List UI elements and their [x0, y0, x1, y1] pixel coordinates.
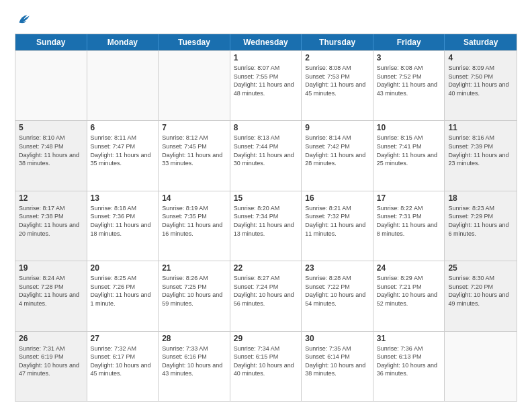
day-number: 13: [91, 193, 155, 203]
calendar-header-row: SundayMondayTuesdayWednesdayThursdayFrid…: [15, 34, 517, 50]
day-info: Sunrise: 8:21 AM Sunset: 7:32 PM Dayligh…: [305, 204, 369, 238]
day-number: 15: [234, 193, 298, 203]
cal-cell: 27Sunrise: 7:32 AM Sunset: 6:17 PM Dayli…: [87, 332, 159, 401]
day-number: 9: [305, 123, 369, 132]
cal-cell: 21Sunrise: 8:26 AM Sunset: 7:25 PM Dayli…: [159, 261, 230, 330]
cal-header-wednesday: Wednesday: [230, 34, 302, 50]
cal-header-monday: Monday: [87, 34, 159, 50]
cal-cell: 31Sunrise: 7:36 AM Sunset: 6:13 PM Dayli…: [373, 332, 445, 401]
day-info: Sunrise: 8:08 AM Sunset: 7:53 PM Dayligh…: [305, 64, 369, 97]
day-number: 30: [305, 334, 369, 343]
day-info: Sunrise: 8:07 AM Sunset: 7:55 PM Dayligh…: [234, 64, 298, 97]
day-number: 1: [234, 53, 298, 62]
day-number: 18: [448, 193, 513, 203]
day-number: 16: [305, 193, 369, 203]
day-number: 23: [305, 263, 369, 273]
cal-cell: 5Sunrise: 8:10 AM Sunset: 7:48 PM Daylig…: [15, 121, 87, 190]
day-info: Sunrise: 8:09 AM Sunset: 7:50 PM Dayligh…: [448, 64, 513, 97]
day-info: Sunrise: 8:28 AM Sunset: 7:22 PM Dayligh…: [305, 274, 369, 308]
day-number: 6: [91, 123, 155, 132]
day-number: 10: [377, 123, 441, 132]
cal-header-saturday: Saturday: [445, 34, 517, 50]
day-number: 28: [162, 334, 226, 343]
cal-cell: 26Sunrise: 7:31 AM Sunset: 6:19 PM Dayli…: [15, 332, 87, 401]
day-info: Sunrise: 8:30 AM Sunset: 7:20 PM Dayligh…: [448, 274, 513, 308]
cal-header-thursday: Thursday: [302, 34, 373, 50]
calendar: SundayMondayTuesdayWednesdayThursdayFrid…: [15, 34, 517, 402]
cal-cell: [15, 51, 87, 120]
cal-week-1: 5Sunrise: 8:10 AM Sunset: 7:48 PM Daylig…: [15, 120, 517, 190]
cal-week-4: 26Sunrise: 7:31 AM Sunset: 6:19 PM Dayli…: [15, 331, 517, 401]
day-number: 31: [377, 334, 441, 343]
day-number: 19: [19, 263, 83, 273]
day-number: 22: [234, 263, 298, 273]
cal-header-friday: Friday: [373, 34, 445, 50]
cal-cell: 22Sunrise: 8:27 AM Sunset: 7:24 PM Dayli…: [230, 261, 302, 330]
cal-cell: 9Sunrise: 8:14 AM Sunset: 7:42 PM Daylig…: [302, 121, 373, 190]
day-info: Sunrise: 8:15 AM Sunset: 7:41 PM Dayligh…: [377, 134, 441, 167]
day-info: Sunrise: 8:25 AM Sunset: 7:26 PM Dayligh…: [91, 274, 155, 308]
day-info: Sunrise: 7:31 AM Sunset: 6:19 PM Dayligh…: [19, 345, 83, 378]
cal-cell: 23Sunrise: 8:28 AM Sunset: 7:22 PM Dayli…: [302, 261, 373, 330]
day-number: 20: [91, 263, 155, 273]
day-number: 2: [305, 53, 369, 62]
day-info: Sunrise: 8:10 AM Sunset: 7:48 PM Dayligh…: [19, 134, 83, 167]
cal-cell: 13Sunrise: 8:18 AM Sunset: 7:36 PM Dayli…: [87, 191, 159, 261]
cal-cell: 16Sunrise: 8:21 AM Sunset: 7:32 PM Dayli…: [302, 191, 373, 261]
day-number: 29: [234, 334, 298, 343]
header: [15, 12, 517, 28]
day-info: Sunrise: 8:18 AM Sunset: 7:36 PM Dayligh…: [91, 204, 155, 238]
day-number: 21: [162, 263, 226, 273]
cal-cell: [445, 332, 517, 401]
cal-cell: 30Sunrise: 7:35 AM Sunset: 6:14 PM Dayli…: [302, 332, 373, 401]
cal-cell: 2Sunrise: 8:08 AM Sunset: 7:53 PM Daylig…: [302, 51, 373, 120]
day-number: 24: [377, 263, 441, 273]
calendar-page: SundayMondayTuesdayWednesdayThursdayFrid…: [0, 0, 532, 411]
cal-cell: [159, 51, 230, 120]
cal-week-2: 12Sunrise: 8:17 AM Sunset: 7:38 PM Dayli…: [15, 191, 517, 261]
cal-cell: 11Sunrise: 8:16 AM Sunset: 7:39 PM Dayli…: [445, 121, 517, 190]
day-number: 4: [448, 53, 513, 62]
cal-cell: 29Sunrise: 7:34 AM Sunset: 6:15 PM Dayli…: [230, 332, 302, 401]
cal-cell: [87, 51, 159, 120]
day-info: Sunrise: 7:36 AM Sunset: 6:13 PM Dayligh…: [377, 345, 441, 378]
day-number: 17: [377, 193, 441, 203]
cal-cell: 3Sunrise: 8:08 AM Sunset: 7:52 PM Daylig…: [373, 51, 445, 120]
day-number: 25: [448, 263, 513, 273]
day-info: Sunrise: 8:27 AM Sunset: 7:24 PM Dayligh…: [234, 274, 298, 308]
day-info: Sunrise: 8:22 AM Sunset: 7:31 PM Dayligh…: [377, 204, 441, 238]
day-number: 26: [19, 334, 83, 343]
day-info: Sunrise: 8:20 AM Sunset: 7:34 PM Dayligh…: [234, 204, 298, 238]
day-info: Sunrise: 8:08 AM Sunset: 7:52 PM Dayligh…: [377, 64, 441, 97]
day-number: 3: [377, 53, 441, 62]
day-number: 14: [162, 193, 226, 203]
day-number: 27: [91, 334, 155, 343]
day-info: Sunrise: 8:17 AM Sunset: 7:38 PM Dayligh…: [19, 204, 83, 238]
cal-cell: 18Sunrise: 8:23 AM Sunset: 7:29 PM Dayli…: [445, 191, 517, 261]
day-info: Sunrise: 8:19 AM Sunset: 7:35 PM Dayligh…: [162, 204, 226, 238]
cal-cell: 4Sunrise: 8:09 AM Sunset: 7:50 PM Daylig…: [445, 51, 517, 120]
cal-header-sunday: Sunday: [15, 34, 87, 50]
cal-cell: 17Sunrise: 8:22 AM Sunset: 7:31 PM Dayli…: [373, 191, 445, 261]
cal-cell: 7Sunrise: 8:12 AM Sunset: 7:45 PM Daylig…: [159, 121, 230, 190]
cal-cell: 10Sunrise: 8:15 AM Sunset: 7:41 PM Dayli…: [373, 121, 445, 190]
cal-cell: 25Sunrise: 8:30 AM Sunset: 7:20 PM Dayli…: [445, 261, 517, 330]
day-number: 7: [162, 123, 226, 132]
cal-cell: 6Sunrise: 8:11 AM Sunset: 7:47 PM Daylig…: [87, 121, 159, 190]
cal-cell: 20Sunrise: 8:25 AM Sunset: 7:26 PM Dayli…: [87, 261, 159, 330]
day-info: Sunrise: 8:24 AM Sunset: 7:28 PM Dayligh…: [19, 274, 83, 308]
day-info: Sunrise: 7:35 AM Sunset: 6:14 PM Dayligh…: [305, 345, 369, 378]
logo-bird-icon: [16, 12, 31, 27]
day-number: 11: [448, 123, 513, 132]
day-info: Sunrise: 8:16 AM Sunset: 7:39 PM Dayligh…: [448, 134, 513, 167]
cal-cell: 24Sunrise: 8:29 AM Sunset: 7:21 PM Dayli…: [373, 261, 445, 330]
cal-cell: 1Sunrise: 8:07 AM Sunset: 7:55 PM Daylig…: [230, 51, 302, 120]
day-info: Sunrise: 8:14 AM Sunset: 7:42 PM Dayligh…: [305, 134, 369, 167]
cal-cell: 14Sunrise: 8:19 AM Sunset: 7:35 PM Dayli…: [159, 191, 230, 261]
day-info: Sunrise: 7:34 AM Sunset: 6:15 PM Dayligh…: [234, 345, 298, 378]
day-info: Sunrise: 8:23 AM Sunset: 7:29 PM Dayligh…: [448, 204, 513, 238]
logo: [15, 12, 31, 28]
day-info: Sunrise: 7:33 AM Sunset: 6:16 PM Dayligh…: [162, 345, 226, 378]
day-number: 5: [19, 123, 83, 132]
cal-cell: 15Sunrise: 8:20 AM Sunset: 7:34 PM Dayli…: [230, 191, 302, 261]
